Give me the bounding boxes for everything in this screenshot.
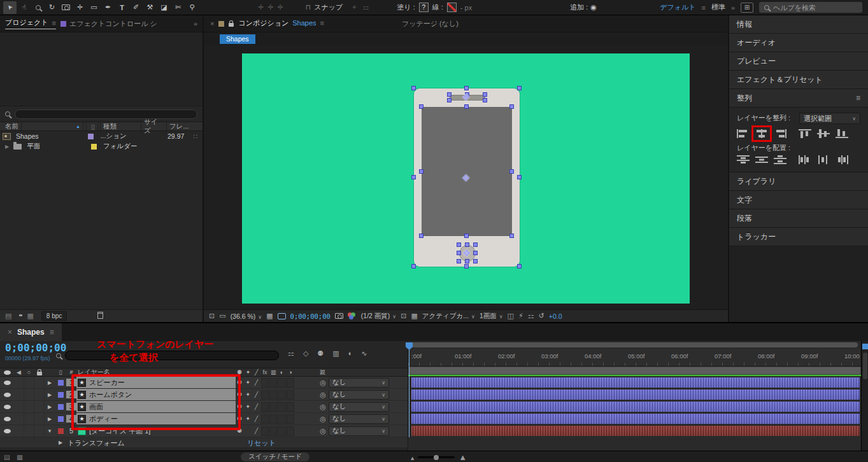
mask-visibility-icon[interactable] xyxy=(278,313,286,319)
quality-switch[interactable]: ╱ xyxy=(252,379,260,386)
eye-icon[interactable] xyxy=(0,429,14,433)
selection-handle[interactable] xyxy=(464,104,469,109)
zoom-select[interactable]: (36.6 %)∨ xyxy=(231,312,262,320)
zoom-in-mountain-icon[interactable]: ▲ xyxy=(459,452,467,462)
pickwhip-icon[interactable]: ◎ xyxy=(317,391,329,399)
solo-cell[interactable] xyxy=(24,377,34,388)
lock-cell[interactable] xyxy=(34,389,45,400)
camera-select[interactable]: アクティブカ...∨ xyxy=(422,312,475,321)
video-column-icon[interactable] xyxy=(0,370,14,375)
snap-icon[interactable]: ⊓ xyxy=(306,3,311,11)
trash-icon[interactable] xyxy=(97,312,103,320)
clone-stamp-tool-icon[interactable]: ⚒ xyxy=(143,1,157,14)
selection-handle[interactable] xyxy=(411,86,416,90)
switch-cell[interactable] xyxy=(261,390,269,400)
panel-menu-icon[interactable]: ≡ xyxy=(50,328,54,337)
selection-handle[interactable] xyxy=(465,259,469,263)
layer-duration-bar[interactable] xyxy=(411,389,860,400)
parent-dropdown[interactable]: なし∨ xyxy=(329,426,389,436)
shape-tool-icon[interactable]: ▭ xyxy=(87,1,101,14)
phone-screen-shape[interactable] xyxy=(422,107,512,236)
zoom-slider-handle[interactable] xyxy=(434,455,439,460)
scrollbar-track[interactable] xyxy=(863,353,867,379)
solo-cell[interactable] xyxy=(24,389,34,400)
workspace-standard[interactable]: 標準 xyxy=(711,3,725,12)
switch-cell[interactable] xyxy=(278,426,285,436)
layer-bar-row[interactable] xyxy=(408,377,861,389)
transform-reset-link[interactable]: リセット xyxy=(247,438,276,448)
fx-column-icon[interactable]: fx xyxy=(261,369,269,375)
panel-tab-preview[interactable]: プレビュー xyxy=(729,52,868,71)
audio-cell[interactable] xyxy=(14,401,24,412)
switch-cell[interactable] xyxy=(261,414,269,424)
panel-menu-icon[interactable]: ≡ xyxy=(52,19,56,27)
type-tool-icon[interactable]: T xyxy=(115,1,129,14)
time-navigator[interactable] xyxy=(411,342,858,347)
composition-canvas[interactable]: ❖ ❖ ❖ xyxy=(242,53,690,304)
column-label[interactable]: ▯ xyxy=(87,122,101,130)
close-tab-icon[interactable]: × xyxy=(8,328,12,337)
layer-bar-row[interactable] xyxy=(408,401,861,413)
layer-expander-icon[interactable]: ▶ xyxy=(45,380,55,386)
graph-editor-icon[interactable]: ∿ xyxy=(361,349,367,358)
distribute-top-icon[interactable] xyxy=(737,155,750,164)
project-search-input[interactable] xyxy=(15,109,197,119)
selection-handle[interactable] xyxy=(457,251,461,255)
switch-cell[interactable] xyxy=(269,390,277,400)
selection-handle[interactable] xyxy=(419,234,423,238)
selection-handle[interactable] xyxy=(419,169,423,174)
eye-icon[interactable] xyxy=(0,393,14,397)
expand-panel-icon[interactable]: ⊡ xyxy=(209,312,215,320)
selection-handle[interactable] xyxy=(483,98,487,102)
hand-tool-icon[interactable]: ☝ xyxy=(17,1,31,14)
timeline-graph-area[interactable]: :00f 01:00f 02:00f 03:00f 04:00f 05:00f … xyxy=(408,341,861,451)
motion-blur-enable-icon[interactable]: ◐ xyxy=(348,349,353,358)
layer-bar-row[interactable] xyxy=(408,389,861,401)
selection-handle[interactable] xyxy=(411,175,416,179)
tab-overflow-icon[interactable]: » xyxy=(194,20,197,27)
column-framerate[interactable]: フレ... xyxy=(167,122,203,130)
distribute-bottom-icon[interactable] xyxy=(774,155,786,164)
brush-tool-icon[interactable]: ✐ xyxy=(129,1,143,14)
switch-cell[interactable] xyxy=(287,402,294,412)
layer-duration-bar[interactable] xyxy=(411,402,860,412)
snapshot-camera-icon[interactable] xyxy=(335,313,343,319)
tab-footage[interactable]: フッテージ (なし) xyxy=(402,19,459,29)
label-color-chip[interactable] xyxy=(55,416,66,422)
solo-cell[interactable] xyxy=(24,401,34,412)
timeline-zoom-slider[interactable] xyxy=(418,456,455,458)
switch-cell[interactable] xyxy=(287,378,294,388)
frame-blend-column-icon[interactable]: ▥ xyxy=(269,369,277,375)
selection-handle[interactable] xyxy=(447,98,452,102)
panel-tab-libraries[interactable]: ライブラリ xyxy=(729,172,868,191)
align-target-dropdown[interactable]: 選択範囲∨ xyxy=(799,113,860,124)
pan-behind-tool-icon[interactable]: ✛ xyxy=(73,1,87,14)
view-axis-icon[interactable]: ✛ xyxy=(277,3,283,11)
eye-icon[interactable] xyxy=(0,405,14,409)
adjustment-column-icon[interactable]: ◑ xyxy=(287,369,294,375)
label-color-chip[interactable] xyxy=(88,134,94,139)
eye-icon[interactable] xyxy=(0,417,14,421)
time-ruler[interactable]: :00f 01:00f 02:00f 03:00f 04:00f 05:00f … xyxy=(408,349,861,367)
switch-cell[interactable] xyxy=(287,414,294,424)
snap-label[interactable]: スナップ xyxy=(314,3,343,12)
lock-cell[interactable] xyxy=(34,377,45,388)
quality-switch[interactable]: ╱ xyxy=(252,391,260,398)
switch-cell[interactable] xyxy=(269,414,277,424)
distribute-horizontal-center-icon[interactable] xyxy=(817,155,830,164)
selection-handle[interactable] xyxy=(517,86,522,90)
panel-tab-paragraph[interactable]: 段落 xyxy=(729,209,868,228)
work-area-bar[interactable] xyxy=(408,367,861,375)
world-axis-icon[interactable]: ✛ xyxy=(267,3,273,11)
selection-handle[interactable] xyxy=(473,259,478,263)
label-color-chip[interactable] xyxy=(55,392,66,398)
panel-tab-effects-presets[interactable]: エフェクト＆プリセット xyxy=(729,71,868,89)
timeline-tab-shapes[interactable]: × Shapes ≡ xyxy=(0,323,62,341)
panel-menu-icon[interactable]: ≡ xyxy=(320,19,324,27)
align-right-icon[interactable] xyxy=(774,129,786,138)
switch-cell[interactable] xyxy=(261,378,269,388)
roto-brush-tool-icon[interactable]: ✄ xyxy=(171,1,185,14)
align-horizontal-center-icon[interactable] xyxy=(755,129,768,138)
solo-cell[interactable] xyxy=(24,425,34,437)
layer-expander-open-icon[interactable]: ▼ xyxy=(45,428,55,434)
